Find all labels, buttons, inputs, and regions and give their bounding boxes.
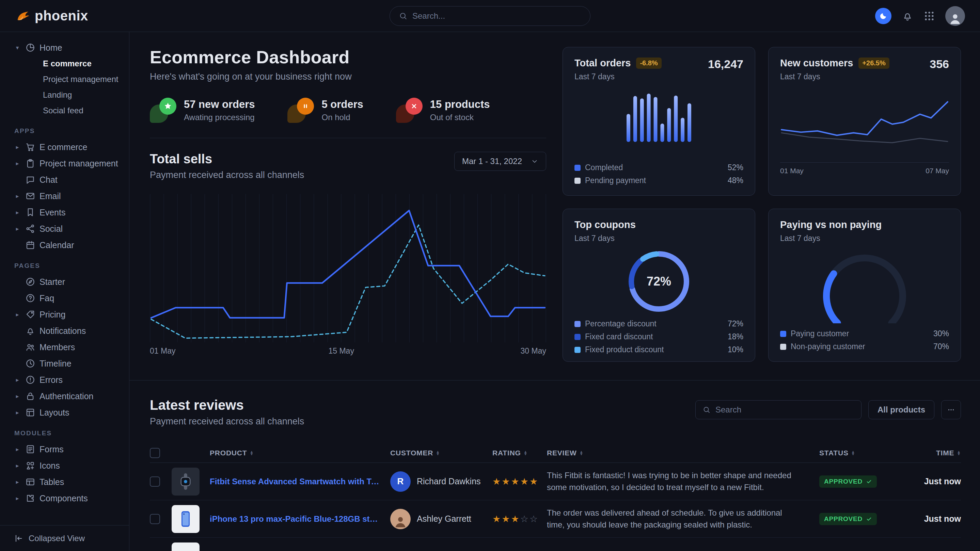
product-link[interactable]: Fitbit Sense Advanced Smartwatch with To…: [210, 477, 390, 486]
sidebar-item-timeline[interactable]: Timeline: [0, 355, 129, 372]
sidebar-item-chat[interactable]: Chat: [0, 171, 129, 188]
legend-value: 72%: [728, 319, 743, 329]
sort-icon: ▲▼: [524, 451, 528, 456]
total-sells-x-axis: 01 May 15 May 30 May: [150, 346, 546, 361]
sidebar-item-email[interactable]: ▸Email: [0, 188, 129, 204]
caret-right-icon: ▸: [14, 160, 21, 167]
person-icon: [948, 11, 963, 26]
sidebar-item-pricing[interactable]: ▸Pricing: [0, 306, 129, 322]
sidebar-item-label: Icons: [40, 461, 60, 471]
sidebar-item-layouts[interactable]: ▸Layouts: [0, 404, 129, 421]
sidebar-item-label: Timeline: [40, 359, 72, 368]
brand-logo[interactable]: phoenix: [15, 8, 88, 24]
layout-icon: [25, 407, 35, 418]
global-search-input[interactable]: [412, 11, 581, 21]
share-icon: [25, 224, 35, 234]
global-search[interactable]: [390, 6, 590, 26]
reviews-search-input[interactable]: [716, 405, 854, 414]
card-title: New customers: [780, 57, 853, 69]
product-image-iphone[interactable]: [172, 505, 200, 533]
sidebar-item-app-ecommerce[interactable]: ▸E commerce: [0, 139, 129, 155]
row-checkbox[interactable]: [150, 476, 160, 487]
sidebar-item-label: Faq: [40, 293, 54, 303]
top-coupons-donut-chart: 72%: [628, 251, 689, 312]
sort-icon: ▲▼: [436, 451, 440, 456]
legend-label: Paying customer: [791, 329, 849, 338]
page-title: Ecommerce Dashboard: [150, 47, 546, 67]
apps-grid-icon[interactable]: [923, 10, 935, 22]
date-range-select[interactable]: Mar 1 - 31, 2022: [454, 152, 546, 171]
sidebar-item-starter[interactable]: Starter: [0, 274, 129, 290]
all-products-button[interactable]: All products: [868, 400, 934, 419]
more-options-button[interactable]: [941, 400, 961, 419]
column-header-status[interactable]: STATUS▲▼: [819, 449, 902, 457]
reviews-search[interactable]: [695, 400, 862, 419]
sidebar-item-errors[interactable]: ▸Errors: [0, 372, 129, 388]
sidebar-item-icons[interactable]: ▸Icons: [0, 457, 129, 474]
sidebar-item-tables[interactable]: ▸Tables: [0, 474, 129, 490]
sidebar-item-ecommerce-dashboard[interactable]: E commerce: [0, 56, 129, 71]
legend-label: Completed: [585, 163, 623, 172]
rating-stars: ★★★☆☆: [492, 514, 547, 524]
new-customers-x-axis: 01 May 07 May: [780, 162, 949, 175]
compass-icon: [25, 277, 35, 287]
sort-icon: ▲▼: [957, 451, 961, 456]
sidebar-item-project-management-dashboard[interactable]: Project management: [0, 71, 129, 87]
theme-toggle[interactable]: [875, 8, 891, 24]
sidebar-item-forms[interactable]: ▸Forms: [0, 441, 129, 457]
sidebar-item-home[interactable]: ▾ Home: [0, 40, 129, 56]
column-header-customer[interactable]: CUSTOMER▲▼: [390, 449, 492, 457]
sidebar-item-social[interactable]: ▸Social: [0, 221, 129, 237]
column-header-time[interactable]: TIME▲▼: [902, 449, 961, 457]
puzzle-icon: [25, 493, 35, 503]
sidebar-section-title-pages: PAGES: [0, 253, 129, 274]
sidebar-item-events[interactable]: ▸Events: [0, 204, 129, 221]
sidebar-item-members[interactable]: Members: [0, 339, 129, 355]
sidebar-item-components[interactable]: ▸Components: [0, 490, 129, 507]
total-orders-card: Total orders -6.8% Last 7 days 16,247 Co…: [563, 47, 755, 196]
notifications-bell-icon[interactable]: [902, 10, 913, 22]
product-image[interactable]: [172, 543, 200, 551]
warning-icon: [25, 375, 35, 385]
legend-item: Percentage discount 72%: [574, 319, 743, 329]
caret-right-icon: ▸: [14, 393, 21, 400]
row-checkbox[interactable]: [150, 514, 160, 524]
x-tick: 30 May: [521, 346, 546, 356]
legend-swatch: [574, 347, 581, 353]
product-image-smartwatch[interactable]: [172, 468, 200, 495]
person-icon: [393, 514, 408, 529]
sidebar-item-social-feed[interactable]: Social feed: [0, 103, 129, 118]
select-all-checkbox[interactable]: [150, 448, 160, 458]
caret-right-icon: ▸: [14, 376, 21, 384]
tag-icon: [25, 310, 35, 319]
sidebar-item-label: Authentication: [40, 391, 93, 401]
shapes-icon: [25, 460, 35, 471]
x-tick: 07 May: [926, 167, 949, 175]
product-link[interactable]: iPhone 13 pro max-Pacific Blue-128GB sto…: [210, 514, 390, 524]
sidebar-item-faq[interactable]: Faq: [0, 290, 129, 306]
collapse-sidebar-button[interactable]: Collapsed View: [0, 525, 129, 551]
clock-icon: [25, 358, 35, 368]
date-range-value: Mar 1 - 31, 2022: [462, 157, 522, 166]
form-icon: [25, 444, 35, 454]
sidebar-item-landing[interactable]: Landing: [0, 87, 129, 103]
legend-item: Pending payment 48%: [574, 176, 743, 185]
collapse-icon: [14, 534, 23, 543]
sidebar-item-app-project-management[interactable]: ▸Project management: [0, 155, 129, 171]
user-avatar[interactable]: [945, 6, 965, 26]
pause-icon: [287, 98, 314, 123]
review-time: Just now: [902, 476, 961, 486]
calendar-icon: [25, 240, 35, 250]
bookmark-icon: [25, 207, 35, 218]
quick-stats: 57 new orders Awating processing 5 order…: [150, 98, 546, 123]
donut-center-label: 72%: [628, 251, 689, 312]
sidebar-item-notifications[interactable]: Notifications: [0, 322, 129, 339]
sidebar-item-authentication[interactable]: ▸Authentication: [0, 388, 129, 404]
column-header-rating[interactable]: RATING▲▼: [492, 449, 547, 457]
caret-right-icon: ▸: [14, 462, 21, 469]
column-header-product[interactable]: PRODUCT▲▼: [210, 449, 390, 457]
column-header-review[interactable]: REVIEW▲▼: [547, 449, 819, 457]
sidebar-section-title-modules: MODULES: [0, 421, 129, 441]
legend-item: Fixed product discount 10%: [574, 345, 743, 354]
sidebar-item-calendar[interactable]: Calendar: [0, 237, 129, 253]
